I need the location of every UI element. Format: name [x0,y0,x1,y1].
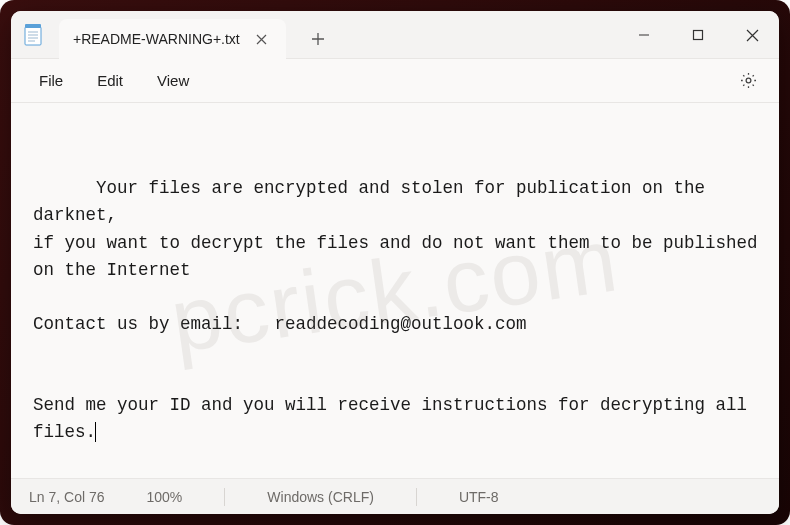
svg-rect-1 [25,24,41,28]
close-tab-icon[interactable] [252,29,272,49]
minimize-button[interactable] [617,11,671,59]
status-bar: Ln 7, Col 76 100% Windows (CRLF) UTF-8 [11,478,779,514]
tab-title: +README-WARNING+.txt [73,31,240,47]
status-zoom[interactable]: 100% [147,489,183,505]
text-editor[interactable]: pcrick.com Your files are encrypted and … [11,103,779,478]
watermark: pcrick.com [162,190,627,391]
svg-rect-6 [694,31,703,40]
settings-button[interactable] [731,64,765,98]
document-tab[interactable]: +README-WARNING+.txt [59,19,286,59]
status-line-ending: Windows (CRLF) [267,489,374,505]
menu-bar: File Edit View [11,59,779,103]
maximize-button[interactable] [671,11,725,59]
new-tab-button[interactable] [300,19,336,59]
divider [224,488,225,506]
svg-point-7 [746,78,751,83]
editor-content: Your files are encrypted and stolen for … [33,178,768,442]
text-caret [95,422,96,442]
notepad-icon [11,11,55,58]
divider [416,488,417,506]
svg-rect-0 [25,27,41,45]
status-encoding: UTF-8 [459,489,499,505]
status-cursor-position: Ln 7, Col 76 [29,489,105,505]
menu-file[interactable]: File [25,66,77,95]
menu-view[interactable]: View [143,66,203,95]
title-bar: +README-WARNING+.txt [11,11,779,59]
notepad-window: +README-WARNING+.txt Fi [11,11,779,514]
close-window-button[interactable] [725,11,779,59]
menu-edit[interactable]: Edit [83,66,137,95]
